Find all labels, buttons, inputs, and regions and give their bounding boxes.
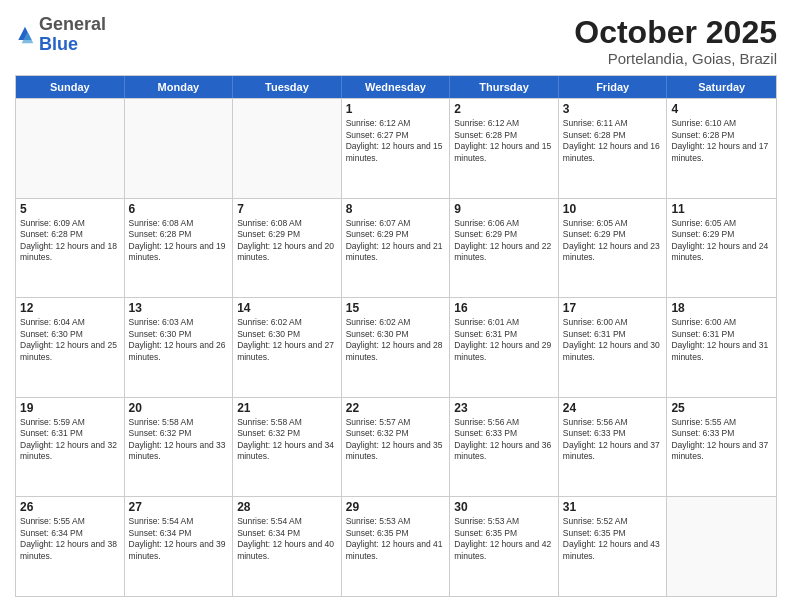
day-number: 20	[129, 401, 229, 415]
day-number: 2	[454, 102, 554, 116]
day-cell-25: 25Sunrise: 5:55 AM Sunset: 6:33 PM Dayli…	[667, 398, 776, 497]
empty-cell	[16, 99, 125, 198]
header: General Blue October 2025 Portelandia, G…	[15, 15, 777, 67]
calendar-row-3: 19Sunrise: 5:59 AM Sunset: 6:31 PM Dayli…	[16, 397, 776, 497]
day-info: Sunrise: 6:08 AM Sunset: 6:29 PM Dayligh…	[237, 218, 337, 264]
day-info: Sunrise: 6:09 AM Sunset: 6:28 PM Dayligh…	[20, 218, 120, 264]
calendar-header: SundayMondayTuesdayWednesdayThursdayFrid…	[16, 76, 776, 98]
day-cell-26: 26Sunrise: 5:55 AM Sunset: 6:34 PM Dayli…	[16, 497, 125, 596]
day-info: Sunrise: 5:58 AM Sunset: 6:32 PM Dayligh…	[237, 417, 337, 463]
day-number: 28	[237, 500, 337, 514]
day-info: Sunrise: 6:10 AM Sunset: 6:28 PM Dayligh…	[671, 118, 772, 164]
day-info: Sunrise: 6:11 AM Sunset: 6:28 PM Dayligh…	[563, 118, 663, 164]
day-number: 30	[454, 500, 554, 514]
day-cell-22: 22Sunrise: 5:57 AM Sunset: 6:32 PM Dayli…	[342, 398, 451, 497]
day-cell-30: 30Sunrise: 5:53 AM Sunset: 6:35 PM Dayli…	[450, 497, 559, 596]
day-number: 5	[20, 202, 120, 216]
day-info: Sunrise: 6:02 AM Sunset: 6:30 PM Dayligh…	[237, 317, 337, 363]
day-number: 7	[237, 202, 337, 216]
day-cell-18: 18Sunrise: 6:00 AM Sunset: 6:31 PM Dayli…	[667, 298, 776, 397]
day-number: 11	[671, 202, 772, 216]
day-number: 3	[563, 102, 663, 116]
day-info: Sunrise: 6:12 AM Sunset: 6:28 PM Dayligh…	[454, 118, 554, 164]
day-number: 25	[671, 401, 772, 415]
day-number: 6	[129, 202, 229, 216]
day-info: Sunrise: 6:12 AM Sunset: 6:27 PM Dayligh…	[346, 118, 446, 164]
day-cell-20: 20Sunrise: 5:58 AM Sunset: 6:32 PM Dayli…	[125, 398, 234, 497]
day-cell-14: 14Sunrise: 6:02 AM Sunset: 6:30 PM Dayli…	[233, 298, 342, 397]
header-day-tuesday: Tuesday	[233, 76, 342, 98]
day-cell-13: 13Sunrise: 6:03 AM Sunset: 6:30 PM Dayli…	[125, 298, 234, 397]
day-number: 19	[20, 401, 120, 415]
header-day-saturday: Saturday	[667, 76, 776, 98]
day-cell-8: 8Sunrise: 6:07 AM Sunset: 6:29 PM Daylig…	[342, 199, 451, 298]
empty-cell	[125, 99, 234, 198]
day-info: Sunrise: 6:04 AM Sunset: 6:30 PM Dayligh…	[20, 317, 120, 363]
day-number: 26	[20, 500, 120, 514]
day-number: 10	[563, 202, 663, 216]
day-cell-10: 10Sunrise: 6:05 AM Sunset: 6:29 PM Dayli…	[559, 199, 668, 298]
day-number: 1	[346, 102, 446, 116]
header-day-monday: Monday	[125, 76, 234, 98]
day-cell-28: 28Sunrise: 5:54 AM Sunset: 6:34 PM Dayli…	[233, 497, 342, 596]
calendar-body: 1Sunrise: 6:12 AM Sunset: 6:27 PM Daylig…	[16, 98, 776, 596]
calendar-row-2: 12Sunrise: 6:04 AM Sunset: 6:30 PM Dayli…	[16, 297, 776, 397]
title-section: October 2025 Portelandia, Goias, Brazil	[574, 15, 777, 67]
calendar: SundayMondayTuesdayWednesdayThursdayFrid…	[15, 75, 777, 597]
day-number: 13	[129, 301, 229, 315]
day-cell-7: 7Sunrise: 6:08 AM Sunset: 6:29 PM Daylig…	[233, 199, 342, 298]
day-info: Sunrise: 6:07 AM Sunset: 6:29 PM Dayligh…	[346, 218, 446, 264]
day-cell-29: 29Sunrise: 5:53 AM Sunset: 6:35 PM Dayli…	[342, 497, 451, 596]
day-number: 16	[454, 301, 554, 315]
calendar-row-4: 26Sunrise: 5:55 AM Sunset: 6:34 PM Dayli…	[16, 496, 776, 596]
day-number: 21	[237, 401, 337, 415]
day-info: Sunrise: 6:01 AM Sunset: 6:31 PM Dayligh…	[454, 317, 554, 363]
day-info: Sunrise: 6:00 AM Sunset: 6:31 PM Dayligh…	[563, 317, 663, 363]
header-day-wednesday: Wednesday	[342, 76, 451, 98]
day-number: 31	[563, 500, 663, 514]
day-cell-24: 24Sunrise: 5:56 AM Sunset: 6:33 PM Dayli…	[559, 398, 668, 497]
day-number: 12	[20, 301, 120, 315]
day-cell-12: 12Sunrise: 6:04 AM Sunset: 6:30 PM Dayli…	[16, 298, 125, 397]
day-info: Sunrise: 5:55 AM Sunset: 6:33 PM Dayligh…	[671, 417, 772, 463]
day-number: 14	[237, 301, 337, 315]
day-cell-5: 5Sunrise: 6:09 AM Sunset: 6:28 PM Daylig…	[16, 199, 125, 298]
day-cell-19: 19Sunrise: 5:59 AM Sunset: 6:31 PM Dayli…	[16, 398, 125, 497]
logo: General Blue	[15, 15, 106, 55]
day-cell-9: 9Sunrise: 6:06 AM Sunset: 6:29 PM Daylig…	[450, 199, 559, 298]
day-info: Sunrise: 5:59 AM Sunset: 6:31 PM Dayligh…	[20, 417, 120, 463]
day-number: 27	[129, 500, 229, 514]
empty-cell	[233, 99, 342, 198]
day-info: Sunrise: 6:00 AM Sunset: 6:31 PM Dayligh…	[671, 317, 772, 363]
logo-text: General Blue	[39, 15, 106, 55]
day-cell-2: 2Sunrise: 6:12 AM Sunset: 6:28 PM Daylig…	[450, 99, 559, 198]
day-cell-11: 11Sunrise: 6:05 AM Sunset: 6:29 PM Dayli…	[667, 199, 776, 298]
day-cell-6: 6Sunrise: 6:08 AM Sunset: 6:28 PM Daylig…	[125, 199, 234, 298]
logo-blue: Blue	[39, 34, 78, 54]
day-cell-3: 3Sunrise: 6:11 AM Sunset: 6:28 PM Daylig…	[559, 99, 668, 198]
day-cell-23: 23Sunrise: 5:56 AM Sunset: 6:33 PM Dayli…	[450, 398, 559, 497]
logo-icon	[15, 25, 35, 45]
day-number: 22	[346, 401, 446, 415]
day-cell-1: 1Sunrise: 6:12 AM Sunset: 6:27 PM Daylig…	[342, 99, 451, 198]
day-info: Sunrise: 6:02 AM Sunset: 6:30 PM Dayligh…	[346, 317, 446, 363]
page: General Blue October 2025 Portelandia, G…	[0, 0, 792, 612]
month-title: October 2025	[574, 15, 777, 50]
day-cell-31: 31Sunrise: 5:52 AM Sunset: 6:35 PM Dayli…	[559, 497, 668, 596]
day-info: Sunrise: 5:58 AM Sunset: 6:32 PM Dayligh…	[129, 417, 229, 463]
calendar-row-0: 1Sunrise: 6:12 AM Sunset: 6:27 PM Daylig…	[16, 98, 776, 198]
logo-general: General	[39, 14, 106, 34]
day-info: Sunrise: 5:54 AM Sunset: 6:34 PM Dayligh…	[129, 516, 229, 562]
day-number: 8	[346, 202, 446, 216]
day-number: 24	[563, 401, 663, 415]
day-cell-27: 27Sunrise: 5:54 AM Sunset: 6:34 PM Dayli…	[125, 497, 234, 596]
day-info: Sunrise: 5:55 AM Sunset: 6:34 PM Dayligh…	[20, 516, 120, 562]
header-day-thursday: Thursday	[450, 76, 559, 98]
day-cell-21: 21Sunrise: 5:58 AM Sunset: 6:32 PM Dayli…	[233, 398, 342, 497]
calendar-row-1: 5Sunrise: 6:09 AM Sunset: 6:28 PM Daylig…	[16, 198, 776, 298]
day-info: Sunrise: 5:53 AM Sunset: 6:35 PM Dayligh…	[346, 516, 446, 562]
day-number: 15	[346, 301, 446, 315]
day-number: 18	[671, 301, 772, 315]
day-number: 23	[454, 401, 554, 415]
day-info: Sunrise: 5:57 AM Sunset: 6:32 PM Dayligh…	[346, 417, 446, 463]
